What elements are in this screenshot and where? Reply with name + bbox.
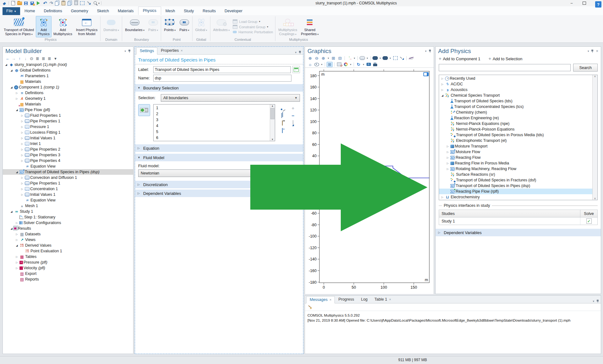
tab-file[interactable]: File▼ (3, 7, 20, 15)
boundary-list-item[interactable]: 2 (154, 111, 270, 117)
expand-arrow-icon[interactable]: ▷ (446, 168, 450, 170)
panel-menu-icon[interactable]: ▾ (588, 50, 589, 53)
tree-item[interactable]: ▷Datasets (3, 231, 133, 237)
pin-icon[interactable] (429, 49, 431, 53)
points-button[interactable]: Points ▾ (162, 16, 177, 37)
expand-arrow-icon[interactable]: ▷ (440, 88, 444, 91)
expand-arrow-icon[interactable]: ▷ (446, 151, 450, 153)
insert-physics-from-model-button[interactable]: Insert Physicsfrom Model (74, 16, 99, 37)
forward-icon[interactable]: → (11, 56, 17, 61)
tab-settings[interactable]: Settings (136, 47, 157, 55)
expand-arrow-icon[interactable]: ▷ (15, 222, 19, 224)
boundary-list-item[interactable]: 3 (154, 117, 270, 123)
pin-icon[interactable] (299, 51, 301, 54)
chevron-down-icon[interactable]: ▾ (349, 62, 352, 67)
section-boundary-selection[interactable]: ▼ Boundary Selection (135, 84, 303, 92)
table-row[interactable]: Study 1✓ (439, 217, 597, 225)
tree-item[interactable]: ▷Pipe Properties 4 (3, 158, 133, 163)
name-field[interactable]: dsp (153, 75, 291, 82)
deselect-box-icon[interactable] (399, 56, 405, 61)
tree-item[interactable]: ▷Solver Configurations (3, 220, 133, 226)
tree-item[interactable]: ▷Reacting Flow (439, 155, 592, 160)
tree-item[interactable]: ▷Acoustics (439, 87, 592, 93)
expand-arrow-icon[interactable]: ▷ (20, 131, 24, 134)
expand-arrow-icon[interactable]: ▷ (440, 196, 444, 199)
collapse-arrow-icon[interactable]: ◢ (15, 244, 19, 247)
tree-item[interactable]: Equation View (3, 197, 133, 203)
tree-item[interactable]: ▷AC/DC (439, 81, 592, 87)
tree-item[interactable]: ▷Rotating Machinery, Reacting Flow (439, 166, 592, 172)
tree-item[interactable]: Transport of Diluted Species (tds) (439, 98, 592, 104)
tree-item[interactable]: Transport of Diluted Species in Fracture… (439, 177, 592, 183)
duplicate-icon[interactable] (67, 0, 73, 6)
expand-arrow-icon[interactable]: ▷ (446, 145, 450, 148)
deactivate-selection-icon[interactable] (382, 56, 388, 61)
expand-arrow-icon[interactable]: ▷ (20, 120, 24, 123)
minimize-button[interactable]: – (565, 0, 578, 6)
tab-progress[interactable]: Progress (335, 296, 357, 303)
tree-item[interactable]: ▷Moisture Transport (439, 143, 592, 149)
multiphysics-couplings-button[interactable]: MultiphysicsCouplings ▾ (276, 16, 299, 37)
tree-item[interactable]: ▷Views (3, 237, 133, 243)
select-boundaries-icon[interactable] (359, 56, 365, 61)
collapse-arrow-icon[interactable]: ◢ (9, 86, 14, 89)
view-menu-icon[interactable] (314, 62, 320, 67)
shared-properties-button[interactable]: SharedProperties ▾ (299, 16, 320, 37)
expand-arrow-icon[interactable]: ▷ (440, 77, 444, 80)
open-file-icon[interactable] (17, 0, 22, 6)
selection-dropdown[interactable]: All boundaries▼ (161, 94, 300, 102)
app-icon[interactable] (1, 0, 7, 6)
find-icon[interactable] (92, 0, 98, 6)
tree-item[interactable]: Reacting Pipe Flow (rpfl) (439, 189, 592, 194)
panel-menu-icon[interactable]: ▾ (593, 300, 594, 303)
tree-item[interactable]: ▷Lossless Fitting 1 (3, 130, 133, 135)
chevron-down-icon[interactable]: ▾ (379, 56, 382, 61)
expand-arrow-icon[interactable]: ▷ (446, 156, 450, 159)
tree-item[interactable]: ▷Tables (3, 254, 133, 260)
paste-icon[interactable] (61, 0, 66, 6)
tab-log[interactable]: Log (357, 296, 371, 303)
search-button[interactable]: Search (573, 64, 598, 72)
print-icon[interactable] (372, 62, 378, 67)
chevron-down-icon[interactable]: ▾ (320, 62, 323, 67)
zoom-to-selection-icon[interactable] (282, 128, 283, 133)
expand-arrow-icon[interactable]: ▷ (15, 255, 19, 258)
expand-arrow-icon[interactable]: ▷ (20, 126, 24, 128)
toolbar-menu-icon[interactable]: ▾ (52, 56, 58, 61)
tab-mesh[interactable]: Mesh (161, 7, 180, 15)
expand-arrow-icon[interactable]: ▷ (15, 261, 19, 264)
delete-icon[interactable] (73, 0, 79, 6)
tree-item[interactable]: Step 1: Stationary (3, 214, 133, 220)
save-icon[interactable] (23, 0, 29, 6)
tree-item[interactable]: ▷Pipe Properties 3 (3, 152, 133, 158)
tab-table-1[interactable]: Table 1× (371, 296, 394, 303)
tab-study[interactable]: Study (179, 7, 198, 15)
tab-messages[interactable]: Messages× (306, 296, 335, 303)
collapse-arrow-icon[interactable]: ◢ (15, 109, 19, 111)
expand-arrow-icon[interactable]: ▷ (15, 97, 19, 100)
tree-item[interactable]: Materials (3, 101, 133, 107)
tree-item[interactable]: ▷Velocity(pfl) (3, 265, 133, 271)
expand-arrow-icon[interactable]: ▷ (20, 114, 24, 117)
add-to-component-link[interactable]: +Add to Component 1 (439, 56, 480, 61)
copy-icon[interactable] (54, 0, 60, 6)
tree-item[interactable]: ◢Study 1 (3, 209, 133, 214)
tree-item[interactable]: Equation View (3, 163, 133, 169)
graphics-canvas[interactable]: 180160140120100806040200-20-40-60-80-100… (305, 67, 434, 294)
undo-icon[interactable] (42, 0, 47, 6)
tree-item[interactable]: Point Evaluation 1 (3, 248, 133, 254)
clear-messages-icon[interactable] (307, 305, 312, 309)
chevron-down-icon[interactable]: ▾ (366, 56, 369, 61)
search-input[interactable] (439, 64, 571, 71)
select-box-icon[interactable] (79, 0, 85, 6)
paste-selection-icon[interactable] (282, 121, 283, 125)
scroll-down-icon[interactable]: ▼ (271, 138, 274, 141)
tree-item[interactable]: ▷Convection and Diffusion 1 (3, 175, 133, 180)
expand-arrow-icon[interactable]: ▷ (446, 162, 450, 165)
zoom-box-icon[interactable]: ⊕ (320, 56, 326, 61)
harmonic-perturbation-button[interactable]: Harmonic Perturbation (233, 30, 273, 34)
section-dependent-variables[interactable]: ▷ Dependent Variables (135, 190, 303, 197)
tree-item[interactable]: Transport of Concentrated Species (tcs) (439, 104, 592, 110)
tab-physics[interactable]: Physics (138, 7, 161, 15)
clear-icon[interactable] (86, 0, 91, 6)
